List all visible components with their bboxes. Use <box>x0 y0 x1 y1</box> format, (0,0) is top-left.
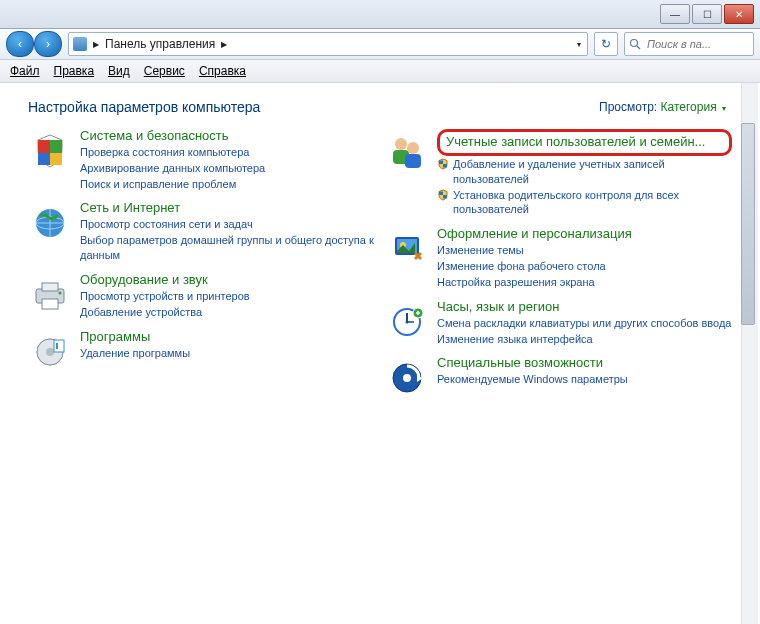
category-icon <box>28 330 72 374</box>
category-link[interactable]: Изменение фона рабочего стола <box>437 259 632 274</box>
minimize-button[interactable]: — <box>660 4 690 24</box>
svg-rect-5 <box>50 153 62 165</box>
menu-view[interactable]: Вид <box>108 64 130 78</box>
svg-line-1 <box>637 46 640 49</box>
category-link[interactable]: Удаление программы <box>80 346 190 361</box>
category-link[interactable]: Просмотр состояния сети и задач <box>80 217 375 232</box>
menu-bar: Файл Правка Вид Сервис Справка <box>0 60 760 83</box>
page-title: Настройка параметров компьютера <box>28 99 260 115</box>
category-item: Специальные возможностиРекомендуемые Win… <box>385 356 732 400</box>
view-value[interactable]: Категория <box>661 100 717 114</box>
category-title[interactable]: Специальные возможности <box>437 356 628 371</box>
svg-rect-22 <box>443 164 447 168</box>
category-icon <box>28 273 72 317</box>
svg-rect-2 <box>38 140 50 153</box>
category-body: Часы, язык и регионСмена раскладки клави… <box>437 300 731 347</box>
svg-rect-20 <box>405 154 421 168</box>
category-link[interactable]: Архивирование данных компьютера <box>80 161 265 176</box>
refresh-button[interactable]: ↻ <box>594 32 618 56</box>
category-link[interactable]: Смена раскладки клавиатуры или других сп… <box>437 316 731 331</box>
svg-rect-3 <box>50 140 62 153</box>
menu-edit[interactable]: Правка <box>54 64 95 78</box>
scrollbar-track[interactable] <box>741 83 758 624</box>
category-title[interactable]: Оформление и персонализация <box>437 227 632 242</box>
chevron-down-icon: ▾ <box>722 104 726 113</box>
category-body: Система и безопасностьПроверка состояния… <box>80 129 265 191</box>
category-icon <box>28 129 72 173</box>
category-icon <box>385 300 429 344</box>
category-title[interactable]: Учетные записи пользователей и семейн... <box>446 135 723 150</box>
svg-rect-24 <box>443 195 447 199</box>
search-input[interactable] <box>645 37 739 51</box>
view-selector[interactable]: Просмотр: Категория ▾ <box>599 100 726 114</box>
address-bar[interactable]: ▶ Панель управления ▶ ▾ <box>68 32 588 56</box>
category-title[interactable]: Оборудование и звук <box>80 273 250 288</box>
category-body: Сеть и ИнтернетПросмотр состояния сети и… <box>80 201 375 262</box>
category-item: Оборудование и звукПросмотр устройств и … <box>28 273 375 320</box>
category-item: Оформление и персонализацияИзменение тем… <box>385 227 732 289</box>
category-title[interactable]: Программы <box>80 330 190 345</box>
category-title[interactable]: Сеть и Интернет <box>80 201 375 216</box>
category-item: Сеть и ИнтернетПросмотр состояния сети и… <box>28 201 375 262</box>
category-link[interactable]: Установка родительского контроля для все… <box>437 188 732 218</box>
forward-button[interactable]: › <box>34 31 62 57</box>
back-button[interactable]: ‹ <box>6 31 34 57</box>
content-area: Настройка параметров компьютера Просмотр… <box>0 83 760 624</box>
control-panel-window: — ☐ ✕ ‹ › ▶ Панель управления ▶ ▾ ↻ Файл… <box>0 0 760 624</box>
category-title[interactable]: Часы, язык и регион <box>437 300 731 315</box>
svg-point-11 <box>59 291 62 294</box>
category-body: ПрограммыУдаление программы <box>80 330 190 374</box>
svg-point-31 <box>406 320 409 323</box>
close-button[interactable]: ✕ <box>724 4 754 24</box>
highlighted-category: Учетные записи пользователей и семейн... <box>437 129 732 156</box>
svg-rect-23 <box>439 191 443 195</box>
nav-toolbar: ‹ › ▶ Панель управления ▶ ▾ ↻ <box>0 29 760 60</box>
chevron-down-icon[interactable]: ▾ <box>577 40 581 49</box>
header-row: Настройка параметров компьютера Просмотр… <box>28 99 732 115</box>
category-item: ПрограммыУдаление программы <box>28 330 375 374</box>
shield-icon <box>437 188 449 201</box>
category-link[interactable]: Просмотр устройств и принтеров <box>80 289 250 304</box>
scrollbar-thumb[interactable] <box>741 123 755 325</box>
menu-file[interactable]: Файл <box>10 64 40 78</box>
category-link[interactable]: Добавление устройства <box>80 305 250 320</box>
category-body: Оформление и персонализацияИзменение тем… <box>437 227 632 289</box>
category-body: Оборудование и звукПросмотр устройств и … <box>80 273 250 320</box>
svg-point-36 <box>403 374 411 382</box>
search-box[interactable] <box>624 32 754 56</box>
search-icon <box>629 38 641 50</box>
category-icon <box>385 227 429 271</box>
svg-rect-16 <box>56 343 58 349</box>
nav-buttons: ‹ › <box>6 31 62 57</box>
svg-rect-4 <box>38 153 50 165</box>
chevron-right-icon: ▶ <box>93 40 99 49</box>
category-icon <box>28 201 72 245</box>
category-link[interactable]: Проверка состояния компьютера <box>80 145 265 160</box>
svg-point-0 <box>631 40 638 47</box>
category-link[interactable]: Выбор параметров домашней группы и общег… <box>80 233 375 263</box>
maximize-button[interactable]: ☐ <box>692 4 722 24</box>
category-item: Учетные записи пользователей и семейн...… <box>385 129 732 217</box>
category-link[interactable]: Рекомендуемые Windows параметры <box>437 372 628 387</box>
category-link[interactable]: Поиск и исправление проблем <box>80 177 265 192</box>
svg-rect-15 <box>54 340 64 352</box>
menu-tools[interactable]: Сервис <box>144 64 185 78</box>
left-column: Система и безопасностьПроверка состояния… <box>28 129 375 400</box>
titlebar: — ☐ ✕ <box>0 0 760 29</box>
category-link[interactable]: Настройка разрешения экрана <box>437 275 632 290</box>
svg-rect-10 <box>42 299 58 309</box>
category-columns: Система и безопасностьПроверка состояния… <box>28 129 732 400</box>
svg-point-17 <box>395 138 407 150</box>
shield-icon <box>437 157 449 170</box>
category-body: Специальные возможностиРекомендуемые Win… <box>437 356 628 400</box>
category-link[interactable]: Изменение языка интерфейса <box>437 332 731 347</box>
category-link[interactable]: Изменение темы <box>437 243 632 258</box>
right-column: Учетные записи пользователей и семейн...… <box>385 129 732 400</box>
category-link[interactable]: Добавление и удаление учетных записей по… <box>437 157 732 187</box>
svg-point-19 <box>407 142 419 154</box>
menu-help[interactable]: Справка <box>199 64 246 78</box>
category-title[interactable]: Система и безопасность <box>80 129 265 144</box>
category-item: Часы, язык и регионСмена раскладки клави… <box>385 300 732 347</box>
category-item: Система и безопасностьПроверка состояния… <box>28 129 375 191</box>
breadcrumb[interactable]: Панель управления <box>105 37 215 51</box>
